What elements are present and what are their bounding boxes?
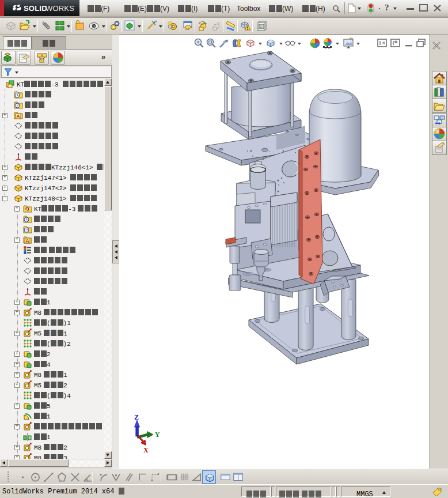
svg-text:WORKS: WORKS	[45, 4, 74, 13]
svg-text:Y: Y	[155, 431, 160, 439]
svg-text:A: A	[25, 238, 29, 244]
svg-text:A: A	[16, 114, 20, 119]
svg-text:X: X	[143, 446, 149, 454]
svg-text:SOLID: SOLID	[24, 4, 47, 13]
svg-text:Z: Z	[134, 413, 139, 421]
